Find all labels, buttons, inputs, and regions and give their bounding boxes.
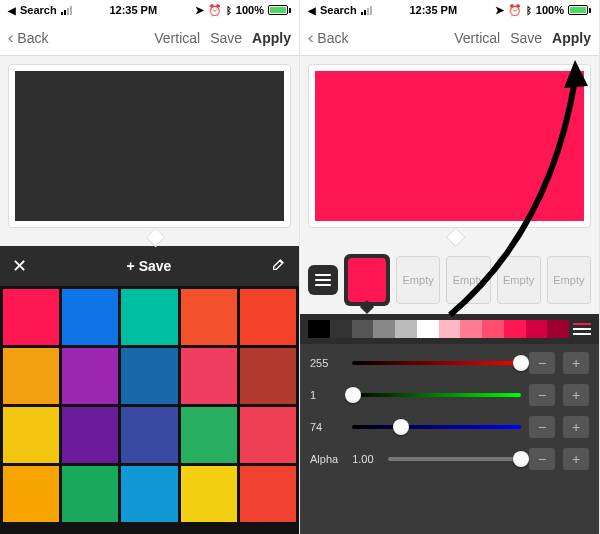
color-swatch[interactable] xyxy=(3,289,59,345)
nav-icon: ➤ xyxy=(195,4,204,17)
phone-left: ◀ Search 12:35 PM ➤ ⏰ ᛒ 100% ‹ Back Vert… xyxy=(0,0,300,534)
color-swatch[interactable] xyxy=(3,466,59,522)
color-swatch[interactable] xyxy=(240,348,296,404)
status-bar: ◀ Search 12:35 PM ➤ ⏰ ᛒ 100% xyxy=(0,0,299,20)
empty-slot[interactable]: Empty xyxy=(497,256,541,304)
slider-value: 255 xyxy=(310,357,344,369)
color-swatch[interactable] xyxy=(121,289,177,345)
decrement-button[interactable]: − xyxy=(529,384,555,406)
color-swatch[interactable] xyxy=(121,407,177,463)
increment-button[interactable]: + xyxy=(563,384,589,406)
color-swatch[interactable] xyxy=(121,466,177,522)
back-button[interactable]: ‹ Back xyxy=(308,29,348,47)
alpha-label: Alpha xyxy=(310,453,338,465)
edit-icon[interactable] xyxy=(265,252,293,280)
back-app-label[interactable]: Search xyxy=(20,4,57,16)
signal-icon xyxy=(361,6,372,15)
slider-red[interactable]: 255 − + xyxy=(310,352,589,374)
save-button[interactable]: Save xyxy=(510,30,542,46)
back-app-icon[interactable]: ◀ xyxy=(8,5,16,16)
apply-button[interactable]: Apply xyxy=(552,30,591,46)
color-swatch[interactable] xyxy=(3,407,59,463)
color-swatch[interactable] xyxy=(181,466,237,522)
color-swatch[interactable] xyxy=(62,407,118,463)
rgb-sliders: 255 − + 1 − + 74 − + Alpha 1.00 − xyxy=(300,344,599,534)
close-icon[interactable]: ✕ xyxy=(6,251,33,281)
back-app-icon[interactable]: ◀ xyxy=(308,5,316,16)
empty-slot[interactable]: Empty xyxy=(547,256,591,304)
nav-bar: ‹ Back Vertical Save Apply xyxy=(0,20,299,56)
save-button[interactable]: Save xyxy=(210,30,242,46)
clock: 12:35 PM xyxy=(109,4,157,16)
bluetooth-icon: ᛒ xyxy=(526,5,532,16)
clock: 12:35 PM xyxy=(409,4,457,16)
vertical-button[interactable]: Vertical xyxy=(454,30,500,46)
back-button[interactable]: ‹ Back xyxy=(8,29,48,47)
back-app-label[interactable]: Search xyxy=(320,4,357,16)
chevron-left-icon: ‹ xyxy=(7,29,13,47)
bluetooth-icon: ᛒ xyxy=(226,5,232,16)
alarm-icon: ⏰ xyxy=(208,4,222,17)
slider-green[interactable]: 1 − + xyxy=(310,384,589,406)
color-swatch[interactable] xyxy=(181,348,237,404)
nav-icon: ➤ xyxy=(495,4,504,17)
slots-menu-icon[interactable] xyxy=(308,265,338,295)
selected-color-slot[interactable] xyxy=(344,254,390,306)
empty-slot[interactable]: Empty xyxy=(396,256,440,304)
phone-right: ◀ Search 12:35 PM ➤ ⏰ ᛒ 100% ‹ Back Vert… xyxy=(300,0,600,534)
palette-toolbar: ✕ + Save xyxy=(0,246,299,286)
slider-blue[interactable]: 74 − + xyxy=(310,416,589,438)
alpha-value: 1.00 xyxy=(352,453,380,465)
canvas-preview[interactable] xyxy=(315,71,584,221)
slider-value: 1 xyxy=(310,389,344,401)
back-label: Back xyxy=(317,30,348,46)
nav-bar: ‹ Back Vertical Save Apply xyxy=(300,20,599,56)
shade-strip[interactable] xyxy=(308,320,569,338)
status-bar: ◀ Search 12:35 PM ➤ ⏰ ᛒ 100% xyxy=(300,0,599,20)
color-swatch[interactable] xyxy=(3,348,59,404)
increment-button[interactable]: + xyxy=(563,352,589,374)
color-swatch[interactable] xyxy=(240,407,296,463)
swatch-grid xyxy=(0,286,299,534)
battery-pct: 100% xyxy=(536,4,564,16)
color-slots-row: Empty Empty Empty Empty xyxy=(300,246,599,314)
battery-icon xyxy=(568,5,591,15)
color-swatch[interactable] xyxy=(62,348,118,404)
increment-button[interactable]: + xyxy=(563,416,589,438)
strip-menu-icon[interactable] xyxy=(569,323,591,335)
canvas-area xyxy=(0,56,299,236)
chevron-left-icon: ‹ xyxy=(307,29,313,47)
canvas-area xyxy=(300,56,599,236)
apply-button[interactable]: Apply xyxy=(252,30,291,46)
decrement-button[interactable]: − xyxy=(529,352,555,374)
color-strip-row xyxy=(300,314,599,344)
canvas-preview[interactable] xyxy=(15,71,284,221)
palette-save-button[interactable]: + Save xyxy=(33,258,265,274)
color-swatch[interactable] xyxy=(62,466,118,522)
empty-slot[interactable]: Empty xyxy=(446,256,490,304)
slider-value: 74 xyxy=(310,421,344,433)
decrement-button[interactable]: − xyxy=(529,416,555,438)
color-swatch[interactable] xyxy=(181,407,237,463)
vertical-button[interactable]: Vertical xyxy=(154,30,200,46)
signal-icon xyxy=(61,6,72,15)
color-swatch[interactable] xyxy=(62,289,118,345)
battery-icon xyxy=(268,5,291,15)
decrement-button[interactable]: − xyxy=(529,448,555,470)
color-swatch[interactable] xyxy=(240,289,296,345)
slider-alpha[interactable]: Alpha 1.00 − + xyxy=(310,448,589,470)
color-swatch[interactable] xyxy=(121,348,177,404)
back-label: Back xyxy=(17,30,48,46)
battery-pct: 100% xyxy=(236,4,264,16)
alarm-icon: ⏰ xyxy=(508,4,522,17)
increment-button[interactable]: + xyxy=(563,448,589,470)
color-swatch[interactable] xyxy=(181,289,237,345)
color-swatch[interactable] xyxy=(240,466,296,522)
